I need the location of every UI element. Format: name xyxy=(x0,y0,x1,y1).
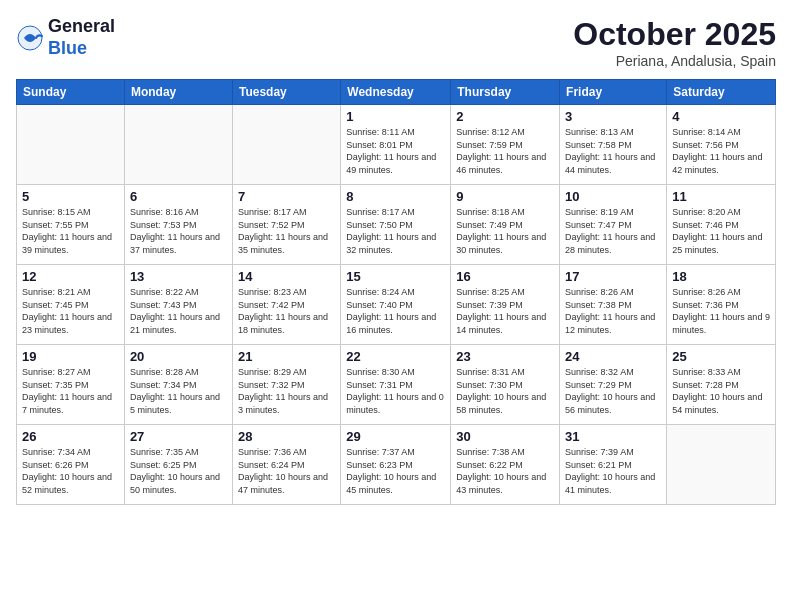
day-number: 20 xyxy=(130,349,227,364)
calendar-cell: 3Sunrise: 8:13 AMSunset: 7:58 PMDaylight… xyxy=(560,105,667,185)
calendar-week-4: 19Sunrise: 8:27 AMSunset: 7:35 PMDayligh… xyxy=(17,345,776,425)
day-number: 3 xyxy=(565,109,661,124)
calendar-cell: 23Sunrise: 8:31 AMSunset: 7:30 PMDayligh… xyxy=(451,345,560,425)
col-monday: Monday xyxy=(124,80,232,105)
page: General Blue October 2025 Periana, Andal… xyxy=(0,0,792,612)
calendar-cell: 8Sunrise: 8:17 AMSunset: 7:50 PMDaylight… xyxy=(341,185,451,265)
calendar-cell: 30Sunrise: 7:38 AMSunset: 6:22 PMDayligh… xyxy=(451,425,560,505)
day-number: 30 xyxy=(456,429,554,444)
calendar-cell: 27Sunrise: 7:35 AMSunset: 6:25 PMDayligh… xyxy=(124,425,232,505)
title-block: October 2025 Periana, Andalusia, Spain xyxy=(573,16,776,69)
calendar-cell: 13Sunrise: 8:22 AMSunset: 7:43 PMDayligh… xyxy=(124,265,232,345)
day-number: 24 xyxy=(565,349,661,364)
day-info: Sunrise: 7:34 AMSunset: 6:26 PMDaylight:… xyxy=(22,446,119,496)
day-info: Sunrise: 8:33 AMSunset: 7:28 PMDaylight:… xyxy=(672,366,770,416)
calendar-cell: 20Sunrise: 8:28 AMSunset: 7:34 PMDayligh… xyxy=(124,345,232,425)
col-wednesday: Wednesday xyxy=(341,80,451,105)
day-number: 25 xyxy=(672,349,770,364)
day-info: Sunrise: 8:18 AMSunset: 7:49 PMDaylight:… xyxy=(456,206,554,256)
calendar-cell: 4Sunrise: 8:14 AMSunset: 7:56 PMDaylight… xyxy=(667,105,776,185)
day-number: 27 xyxy=(130,429,227,444)
calendar-cell: 24Sunrise: 8:32 AMSunset: 7:29 PMDayligh… xyxy=(560,345,667,425)
day-number: 15 xyxy=(346,269,445,284)
day-number: 5 xyxy=(22,189,119,204)
calendar-cell: 22Sunrise: 8:30 AMSunset: 7:31 PMDayligh… xyxy=(341,345,451,425)
day-number: 14 xyxy=(238,269,335,284)
day-number: 13 xyxy=(130,269,227,284)
day-info: Sunrise: 8:17 AMSunset: 7:50 PMDaylight:… xyxy=(346,206,445,256)
calendar-cell xyxy=(232,105,340,185)
calendar-cell: 25Sunrise: 8:33 AMSunset: 7:28 PMDayligh… xyxy=(667,345,776,425)
day-info: Sunrise: 8:21 AMSunset: 7:45 PMDaylight:… xyxy=(22,286,119,336)
col-saturday: Saturday xyxy=(667,80,776,105)
day-info: Sunrise: 8:31 AMSunset: 7:30 PMDaylight:… xyxy=(456,366,554,416)
day-number: 17 xyxy=(565,269,661,284)
calendar-cell: 19Sunrise: 8:27 AMSunset: 7:35 PMDayligh… xyxy=(17,345,125,425)
calendar-cell: 10Sunrise: 8:19 AMSunset: 7:47 PMDayligh… xyxy=(560,185,667,265)
day-info: Sunrise: 7:39 AMSunset: 6:21 PMDaylight:… xyxy=(565,446,661,496)
day-info: Sunrise: 7:35 AMSunset: 6:25 PMDaylight:… xyxy=(130,446,227,496)
day-number: 28 xyxy=(238,429,335,444)
calendar-cell: 2Sunrise: 8:12 AMSunset: 7:59 PMDaylight… xyxy=(451,105,560,185)
day-number: 19 xyxy=(22,349,119,364)
calendar-cell: 14Sunrise: 8:23 AMSunset: 7:42 PMDayligh… xyxy=(232,265,340,345)
day-number: 22 xyxy=(346,349,445,364)
day-number: 12 xyxy=(22,269,119,284)
calendar-cell: 11Sunrise: 8:20 AMSunset: 7:46 PMDayligh… xyxy=(667,185,776,265)
header: General Blue October 2025 Periana, Andal… xyxy=(16,16,776,69)
day-number: 8 xyxy=(346,189,445,204)
day-info: Sunrise: 8:12 AMSunset: 7:59 PMDaylight:… xyxy=(456,126,554,176)
day-info: Sunrise: 8:26 AMSunset: 7:36 PMDaylight:… xyxy=(672,286,770,336)
day-info: Sunrise: 8:17 AMSunset: 7:52 PMDaylight:… xyxy=(238,206,335,256)
day-number: 26 xyxy=(22,429,119,444)
day-number: 11 xyxy=(672,189,770,204)
calendar-cell: 26Sunrise: 7:34 AMSunset: 6:26 PMDayligh… xyxy=(17,425,125,505)
day-number: 1 xyxy=(346,109,445,124)
calendar-cell: 9Sunrise: 8:18 AMSunset: 7:49 PMDaylight… xyxy=(451,185,560,265)
day-info: Sunrise: 8:14 AMSunset: 7:56 PMDaylight:… xyxy=(672,126,770,176)
calendar-cell: 6Sunrise: 8:16 AMSunset: 7:53 PMDaylight… xyxy=(124,185,232,265)
calendar-week-1: 1Sunrise: 8:11 AMSunset: 8:01 PMDaylight… xyxy=(17,105,776,185)
calendar-cell: 1Sunrise: 8:11 AMSunset: 8:01 PMDaylight… xyxy=(341,105,451,185)
day-number: 16 xyxy=(456,269,554,284)
location: Periana, Andalusia, Spain xyxy=(573,53,776,69)
day-number: 6 xyxy=(130,189,227,204)
col-thursday: Thursday xyxy=(451,80,560,105)
day-info: Sunrise: 8:19 AMSunset: 7:47 PMDaylight:… xyxy=(565,206,661,256)
day-info: Sunrise: 8:16 AMSunset: 7:53 PMDaylight:… xyxy=(130,206,227,256)
month-year: October 2025 xyxy=(573,16,776,53)
day-info: Sunrise: 8:30 AMSunset: 7:31 PMDaylight:… xyxy=(346,366,445,416)
day-info: Sunrise: 8:13 AMSunset: 7:58 PMDaylight:… xyxy=(565,126,661,176)
day-info: Sunrise: 7:37 AMSunset: 6:23 PMDaylight:… xyxy=(346,446,445,496)
calendar-cell: 7Sunrise: 8:17 AMSunset: 7:52 PMDaylight… xyxy=(232,185,340,265)
logo-blue: Blue xyxy=(48,38,115,60)
day-number: 23 xyxy=(456,349,554,364)
day-info: Sunrise: 8:25 AMSunset: 7:39 PMDaylight:… xyxy=(456,286,554,336)
day-number: 9 xyxy=(456,189,554,204)
day-info: Sunrise: 8:20 AMSunset: 7:46 PMDaylight:… xyxy=(672,206,770,256)
col-friday: Friday xyxy=(560,80,667,105)
calendar-header-row: Sunday Monday Tuesday Wednesday Thursday… xyxy=(17,80,776,105)
day-number: 18 xyxy=(672,269,770,284)
calendar-cell xyxy=(124,105,232,185)
day-info: Sunrise: 8:27 AMSunset: 7:35 PMDaylight:… xyxy=(22,366,119,416)
calendar-cell: 21Sunrise: 8:29 AMSunset: 7:32 PMDayligh… xyxy=(232,345,340,425)
logo-icon xyxy=(16,24,44,52)
day-info: Sunrise: 8:22 AMSunset: 7:43 PMDaylight:… xyxy=(130,286,227,336)
day-info: Sunrise: 8:15 AMSunset: 7:55 PMDaylight:… xyxy=(22,206,119,256)
calendar-cell: 18Sunrise: 8:26 AMSunset: 7:36 PMDayligh… xyxy=(667,265,776,345)
day-info: Sunrise: 7:38 AMSunset: 6:22 PMDaylight:… xyxy=(456,446,554,496)
calendar-cell: 28Sunrise: 7:36 AMSunset: 6:24 PMDayligh… xyxy=(232,425,340,505)
day-info: Sunrise: 8:29 AMSunset: 7:32 PMDaylight:… xyxy=(238,366,335,416)
day-number: 4 xyxy=(672,109,770,124)
calendar-cell: 5Sunrise: 8:15 AMSunset: 7:55 PMDaylight… xyxy=(17,185,125,265)
day-info: Sunrise: 8:26 AMSunset: 7:38 PMDaylight:… xyxy=(565,286,661,336)
day-number: 10 xyxy=(565,189,661,204)
day-info: Sunrise: 8:32 AMSunset: 7:29 PMDaylight:… xyxy=(565,366,661,416)
day-number: 31 xyxy=(565,429,661,444)
day-number: 7 xyxy=(238,189,335,204)
calendar-cell xyxy=(667,425,776,505)
calendar-week-3: 12Sunrise: 8:21 AMSunset: 7:45 PMDayligh… xyxy=(17,265,776,345)
logo-general: General xyxy=(48,16,115,38)
calendar-cell: 15Sunrise: 8:24 AMSunset: 7:40 PMDayligh… xyxy=(341,265,451,345)
